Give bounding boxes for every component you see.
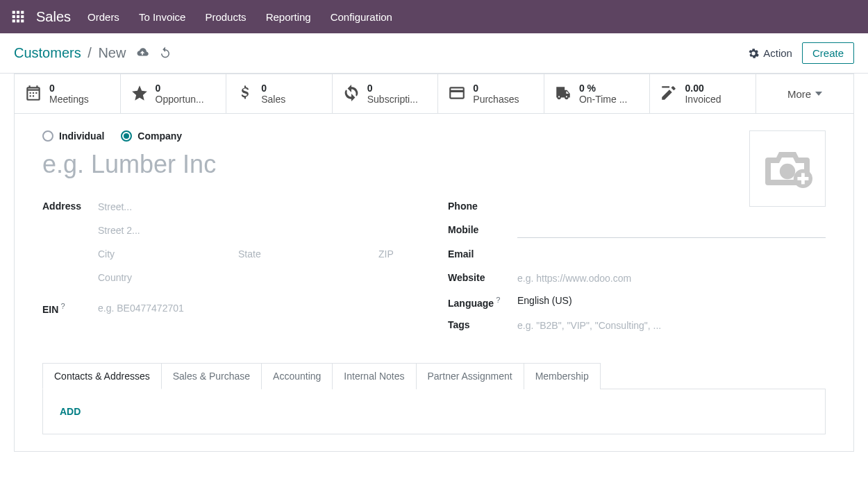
- stat-meetings[interactable]: 0Meetings: [15, 74, 121, 113]
- truck-icon: [554, 84, 572, 104]
- calendar-icon: [24, 84, 42, 104]
- breadcrumb-bar: Customers / New Action Create: [0, 33, 868, 74]
- cloud-save-icon[interactable]: [135, 45, 149, 61]
- email-input[interactable]: [517, 248, 826, 262]
- stat-opportunities[interactable]: 0Opportun...: [121, 74, 227, 113]
- ein-label: EIN ?: [42, 301, 98, 315]
- tab-membership[interactable]: Membership: [524, 363, 601, 389]
- svg-rect-12: [797, 177, 808, 180]
- tab-contacts-addresses[interactable]: Contacts & Addresses: [42, 363, 162, 389]
- mobile-input[interactable]: [517, 223, 826, 238]
- stat-subscriptions[interactable]: 0Subscripti...: [333, 74, 439, 113]
- star-icon: [131, 84, 149, 104]
- language-label: Language ?: [448, 295, 517, 309]
- nav-configuration[interactable]: Configuration: [331, 11, 392, 23]
- tab-content: ADD: [42, 389, 826, 434]
- svg-rect-2: [21, 11, 24, 14]
- website-input[interactable]: [517, 271, 826, 285]
- radio-company[interactable]: Company: [121, 130, 182, 142]
- email-label: Email: [448, 248, 517, 262]
- tabs: Contacts & Addresses Sales & Purchase Ac…: [42, 363, 826, 389]
- svg-rect-1: [17, 11, 19, 14]
- apps-icon[interactable]: [11, 10, 25, 24]
- state-input[interactable]: [238, 247, 372, 261]
- breadcrumb-root[interactable]: Customers: [14, 45, 81, 60]
- language-select[interactable]: English (US): [517, 295, 572, 306]
- credit-card-icon: [448, 84, 466, 104]
- stat-ontime[interactable]: 0 %On-Time ...: [544, 74, 651, 113]
- nav-orders[interactable]: Orders: [87, 11, 119, 23]
- street-input[interactable]: [98, 200, 420, 214]
- breadcrumb-current: New: [98, 45, 126, 60]
- svg-rect-5: [21, 15, 24, 18]
- address-label: Address: [42, 200, 98, 285]
- add-contact-button[interactable]: ADD: [60, 406, 81, 417]
- city-input[interactable]: [98, 247, 231, 261]
- svg-rect-0: [12, 11, 15, 14]
- app-name[interactable]: Sales: [36, 9, 71, 25]
- dollar-icon: [236, 84, 254, 104]
- action-dropdown[interactable]: Action: [748, 47, 792, 59]
- refresh-icon: [342, 84, 360, 104]
- country-input[interactable]: [98, 271, 420, 285]
- nav-products[interactable]: Products: [205, 11, 246, 23]
- company-type-radio: Individual Company: [42, 130, 826, 142]
- mobile-label: Mobile: [448, 223, 517, 238]
- image-upload[interactable]: [749, 130, 826, 207]
- svg-point-9: [780, 164, 795, 179]
- stat-sales[interactable]: 0Sales: [226, 74, 333, 113]
- tags-label: Tags: [448, 319, 517, 332]
- svg-rect-3: [12, 15, 15, 18]
- street2-input[interactable]: [98, 223, 420, 237]
- svg-rect-8: [21, 19, 24, 22]
- tags-input[interactable]: [517, 319, 826, 332]
- tab-sales-purchase[interactable]: Sales & Purchase: [161, 363, 262, 389]
- zip-input[interactable]: [378, 247, 420, 261]
- chevron-down-icon: [815, 92, 822, 96]
- camera-plus-icon: [760, 144, 815, 193]
- topbar: Sales Orders To Invoice Products Reporti…: [0, 0, 868, 33]
- nav-to-invoice[interactable]: To Invoice: [139, 11, 186, 23]
- left-column: Address EIN ?: [42, 200, 420, 342]
- svg-rect-7: [17, 19, 19, 22]
- stat-purchases[interactable]: 0Purchases: [438, 74, 544, 113]
- svg-rect-6: [12, 19, 15, 22]
- radio-individual[interactable]: Individual: [42, 130, 104, 142]
- tab-internal-notes[interactable]: Internal Notes: [332, 363, 416, 389]
- website-label: Website: [448, 271, 517, 285]
- svg-rect-4: [17, 15, 19, 18]
- create-button[interactable]: Create: [802, 42, 854, 64]
- ein-input[interactable]: [98, 301, 420, 315]
- nav-reporting[interactable]: Reporting: [266, 11, 311, 23]
- pencil-square-icon: [660, 84, 678, 104]
- radio-icon: [121, 130, 132, 142]
- name-input[interactable]: [42, 150, 826, 179]
- gear-icon: [748, 48, 759, 59]
- form-sheet: Individual Company Address: [14, 114, 854, 452]
- stat-buttons: 0Meetings 0Opportun... 0Sales 0Subscript…: [14, 74, 854, 114]
- tab-accounting[interactable]: Accounting: [261, 363, 333, 389]
- stat-more-dropdown[interactable]: More: [756, 74, 853, 113]
- breadcrumb: Customers / New: [14, 45, 126, 61]
- right-column: Phone Mobile Email Website Language ?: [448, 200, 826, 342]
- phone-label: Phone: [448, 200, 517, 214]
- stat-invoiced[interactable]: 0.00Invoiced: [650, 74, 756, 113]
- discard-icon[interactable]: [159, 46, 172, 60]
- tab-partner-assignment[interactable]: Partner Assignment: [416, 363, 524, 389]
- radio-icon: [42, 130, 53, 142]
- nav-menu: Orders To Invoice Products Reporting Con…: [87, 11, 392, 23]
